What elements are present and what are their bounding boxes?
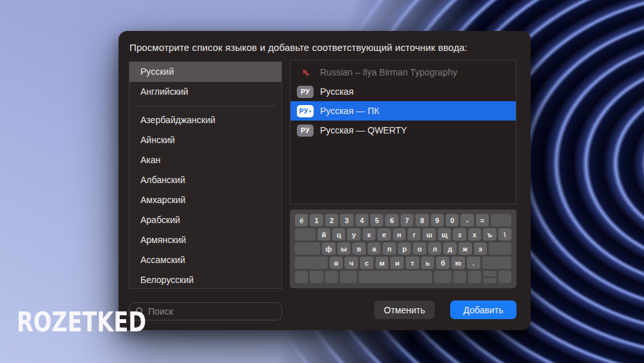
input-source-item[interactable]: РУРусская xyxy=(290,82,516,101)
updown-arrow-key xyxy=(483,271,496,283)
keyboard-key: г xyxy=(408,228,421,240)
dialog-title: Просмотрите список языков и добавьте соо… xyxy=(129,42,520,53)
keyboard-key: ь xyxy=(421,257,435,269)
keyboard-key: ш xyxy=(422,228,435,240)
keyboard-key: 8 xyxy=(415,214,428,226)
keyboard-key: я xyxy=(330,257,343,269)
modifier-key xyxy=(295,242,320,255)
language-item[interactable]: Английский xyxy=(129,82,281,102)
keyboard-key: 3 xyxy=(340,214,353,226)
keyboard-key: 5 xyxy=(370,214,383,226)
modifier-key xyxy=(498,271,511,283)
add-input-source-dialog: Просмотрите список языков и добавьте соо… xyxy=(118,31,531,330)
rozetked-watermark: ROZETKED xyxy=(17,306,146,338)
keyboard-row: ё1234567890-= xyxy=(295,214,511,226)
modifier-key xyxy=(489,242,511,255)
layout-badge: РУ xyxy=(297,124,314,137)
keyboard-key: . xyxy=(467,257,480,269)
keyboard-row: йцукенгшщзхъ\ xyxy=(295,228,511,240)
keyboard-key: с xyxy=(360,257,374,269)
keyboard-key: о xyxy=(413,242,426,255)
keyboard-key: м xyxy=(375,257,389,269)
language-item[interactable]: Армянский xyxy=(129,230,281,250)
keyboard-key: ё xyxy=(295,214,308,226)
keyboard-key: э xyxy=(474,242,488,255)
language-item[interactable]: Азербайджанский xyxy=(129,110,281,130)
keyboard-key: ц xyxy=(332,228,345,240)
keyboard-key: 1 xyxy=(310,214,323,226)
keyboard-key: 2 xyxy=(325,214,338,226)
modifier-key xyxy=(482,257,512,269)
language-item[interactable]: Арабский xyxy=(129,210,281,230)
list-divider xyxy=(129,102,281,110)
keyboard-key: к xyxy=(363,228,375,240)
input-source-label: Русская — QWERTY xyxy=(320,125,407,135)
keyboard-key: т xyxy=(406,257,419,269)
language-item[interactable]: Русский xyxy=(129,62,281,82)
keyboard-key: й xyxy=(317,228,330,240)
modifier-key xyxy=(310,271,323,283)
language-item[interactable]: Акан xyxy=(129,150,281,170)
keyboard-key: 9 xyxy=(431,214,444,226)
keyboard-key: 7 xyxy=(401,214,413,226)
language-item[interactable]: Амхарский xyxy=(129,190,281,210)
keyboard-key: а xyxy=(368,242,381,255)
input-source-label: Русская xyxy=(320,86,354,97)
keyboard-key: = xyxy=(476,214,489,226)
keyboard-key: х xyxy=(468,228,481,240)
search-input[interactable] xyxy=(148,306,281,317)
modifier-key xyxy=(491,214,511,226)
keyboard-key: ю xyxy=(451,257,465,269)
input-source-label: Russian – Ilya Birman Typography xyxy=(320,67,457,77)
keyboard-key: в xyxy=(352,242,366,255)
keyboard-key: 4 xyxy=(355,214,368,226)
keyboard-key: р xyxy=(398,242,412,255)
keyboard-key: щ xyxy=(438,228,451,240)
keyboard-key: з xyxy=(453,228,466,240)
keyboard-key: б xyxy=(436,257,450,269)
search-field xyxy=(129,302,282,320)
input-source-list: Russian – Ilya Birman TypographyРУРусска… xyxy=(290,60,516,204)
keyboard-row: ячсмитьбю. xyxy=(295,257,511,269)
keyboard-key: д xyxy=(443,242,457,255)
keyboard-key: л xyxy=(428,242,442,255)
language-item[interactable]: Ассамский xyxy=(129,250,281,270)
add-button[interactable]: Добавить xyxy=(450,300,516,319)
keyboard-key: ф xyxy=(322,242,336,255)
cancel-button[interactable]: Отменить xyxy=(374,300,435,319)
input-source-item[interactable]: РУРусская — QWERTY xyxy=(290,121,516,140)
language-item[interactable]: Айнский xyxy=(129,130,281,150)
keyboard-key: у xyxy=(347,228,360,240)
keyboard-key: - xyxy=(460,214,473,226)
language-item[interactable]: Белорусский xyxy=(129,270,281,289)
language-list: РусскийАнглийскийАзербайджанскийАйнскийА… xyxy=(129,61,282,289)
keyboard-key: п xyxy=(383,242,396,255)
caret-down-icon: ▾ xyxy=(309,109,312,113)
language-item[interactable]: Албанский xyxy=(129,170,281,190)
modifier-key xyxy=(434,271,451,283)
keyboard-key: ж xyxy=(459,242,472,255)
layout-badge: РУ xyxy=(297,86,314,98)
keyboard-key: ы xyxy=(337,242,351,255)
modifier-key xyxy=(295,257,328,269)
birman-arrow-icon xyxy=(297,67,314,78)
modifier-key xyxy=(340,271,357,283)
input-source-label: Русская — ПК xyxy=(320,106,379,116)
modifier-key xyxy=(453,271,466,283)
modifier-key xyxy=(468,271,481,283)
keyboard-row: фывапролджэ xyxy=(295,242,511,255)
keyboard-key: ч xyxy=(345,257,358,269)
keyboard-preview: ё1234567890-=йцукенгшщзхъ\фывапролджэячс… xyxy=(290,210,516,288)
keyboard-key: 6 xyxy=(385,214,398,226)
keyboard-key: 0 xyxy=(446,214,459,226)
modifier-key xyxy=(295,271,308,283)
keyboard-key: ъ xyxy=(483,228,496,240)
modifier-key xyxy=(325,271,338,283)
modifier-key xyxy=(295,228,316,240)
space-key xyxy=(359,271,432,283)
input-source-item[interactable]: РУ▾Русская — ПК xyxy=(290,101,516,121)
keyboard-key: н xyxy=(393,228,406,240)
keyboard-key: и xyxy=(390,257,404,269)
screen: Просмотрите список языков и добавьте соо… xyxy=(0,0,644,363)
input-source-item[interactable]: Russian – Ilya Birman Typography xyxy=(290,63,516,82)
